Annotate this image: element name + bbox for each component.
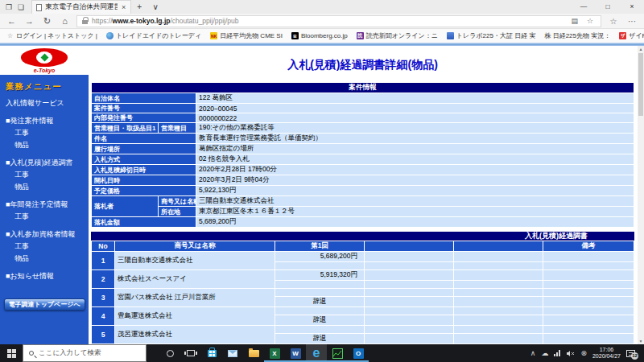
favorite-item[interactable]: ザ ザイFX！ 初心者向けF： bbox=[619, 31, 644, 40]
favorite-star-icon[interactable]: ☆ bbox=[584, 17, 596, 25]
sidebar-section-order-info: ■発注案件情報 bbox=[0, 114, 89, 127]
close-button[interactable]: × bbox=[620, 0, 644, 14]
new-tab-button[interactable]: + bbox=[131, 0, 147, 14]
bid-round1-amount bbox=[275, 307, 364, 315]
tab-list-icon[interactable]: ❏ bbox=[18, 3, 24, 11]
bid-round1-amount bbox=[275, 326, 364, 333]
windows-logo-icon bbox=[7, 349, 16, 358]
tabs-aside-icon[interactable]: ❐ bbox=[6, 3, 12, 11]
volume-muted-icon[interactable] bbox=[566, 346, 575, 360]
hub-icon[interactable]: ☆ bbox=[605, 17, 622, 26]
bid-row-company: 茂呂運送株式会社 bbox=[115, 326, 275, 343]
sidebar-item-buppin[interactable]: 物品 bbox=[0, 139, 89, 151]
excel-button[interactable]: X bbox=[264, 344, 285, 362]
trading-app-button[interactable] bbox=[327, 344, 348, 362]
browser-tab[interactable]: 東京電子自治体共同運営 × bbox=[31, 0, 131, 14]
info-label: 開札日時 bbox=[92, 175, 196, 185]
taskbar-search[interactable]: ここに入力して検索 bbox=[23, 344, 147, 362]
forward-icon[interactable]: → bbox=[21, 14, 38, 28]
leaf-icon bbox=[40, 54, 48, 62]
sidebar-item-buppin[interactable]: 物品 bbox=[0, 181, 89, 193]
remarks-cell bbox=[543, 307, 634, 315]
favorite-item[interactable]: NK 日経平均先物 CME SI bbox=[210, 31, 283, 40]
sidebar-item-kouji[interactable]: 工事 bbox=[0, 211, 89, 223]
more-icon[interactable]: ··· bbox=[623, 17, 641, 26]
scrollbar-thumb[interactable] bbox=[638, 53, 643, 116]
sidebar-section-bid-sheet: ■入札(見積)経過調書 bbox=[0, 156, 89, 169]
remarks-cell bbox=[543, 262, 634, 269]
cortana-button[interactable] bbox=[159, 344, 180, 362]
info-label-winner: 落札者 bbox=[92, 196, 158, 216]
tab-close-icon[interactable]: × bbox=[121, 3, 126, 11]
maximize-button[interactable]: □ bbox=[596, 0, 620, 14]
file-explorer-button[interactable] bbox=[243, 344, 264, 362]
info-value-bid-method: 02 指名競争入札 bbox=[196, 154, 634, 164]
favorite-item[interactable]: 株 日経225先物 実況： bbox=[544, 31, 610, 40]
info-label: 自治体名 bbox=[92, 93, 196, 103]
minimize-button[interactable]: — bbox=[572, 0, 596, 14]
scroll-down-icon[interactable]: ▼ bbox=[638, 338, 644, 344]
address-bar[interactable]: https://www.e-tokyo.lg.jp/choutatu_ppij/… bbox=[76, 15, 601, 27]
favorite-item[interactable]: B Bloomberg.co.jp bbox=[291, 32, 348, 39]
edge-icon: e bbox=[313, 347, 320, 360]
reading-view-icon[interactable]: ▤ bbox=[568, 17, 580, 25]
case-info-table: 案件情報 自治体名 122 葛飾区 案件番号 2020−00045 内部発注番号… bbox=[91, 82, 634, 228]
network-icon[interactable] bbox=[554, 350, 560, 356]
sidebar-item-kouji[interactable]: 工事 bbox=[0, 127, 89, 139]
info-label: 営業種目・取扱品目1 bbox=[92, 123, 158, 133]
refresh-icon[interactable]: ↻ bbox=[39, 14, 56, 28]
favicon-bloomberg-icon: B bbox=[291, 32, 299, 39]
sidebar-item-kouji[interactable]: 工事 bbox=[0, 241, 89, 253]
onedrive-cloud-icon[interactable]: ☁ bbox=[541, 349, 548, 357]
page-scrollbar[interactable]: ▲ ▼ bbox=[638, 46, 644, 344]
start-button[interactable] bbox=[0, 344, 23, 362]
tab-title: 東京電子自治体共同運営 bbox=[45, 2, 118, 12]
url-protocol: https:// bbox=[92, 17, 113, 25]
favorite-item[interactable]: 読 読売新聞オンライン：ニ bbox=[357, 31, 438, 40]
info-value-subject: 教育長車運行管理業務委託（単価契約） bbox=[196, 134, 634, 143]
tab-preview-chevron-icon[interactable]: ∨ bbox=[147, 0, 163, 14]
menu-section: ■お知らせ情報 bbox=[0, 269, 89, 287]
service-title: 入札情報サービス bbox=[0, 97, 89, 114]
taskbar-clock[interactable]: 17:06 2020/04/27 bbox=[592, 347, 621, 360]
bid-sheet-table: No 商号又は名称 第1回 備考 1 三陽自動車交通株式会社 5,689,200… bbox=[91, 241, 634, 344]
mail-button[interactable] bbox=[222, 344, 243, 362]
favorite-label: ログイン | ネットストック | bbox=[16, 31, 97, 40]
empty-cell bbox=[454, 262, 543, 269]
action-center-icon[interactable]: 12 bbox=[626, 350, 635, 357]
task-view-icon bbox=[187, 350, 195, 356]
bid-row-company: 豊島運送株式会社 bbox=[115, 307, 275, 325]
favicon-grid-icon bbox=[447, 32, 454, 39]
info-value-business-category: 190:その他の業務委託等 bbox=[196, 123, 634, 133]
favorite-item[interactable]: ☆ ログイン | ネットストック | bbox=[6, 31, 97, 40]
sidebar: e-Tokyo 業務メニュー 入札情報サービス ■発注案件情報 工事 物品 ■入… bbox=[0, 46, 89, 344]
search-placeholder: ここに入力して検索 bbox=[39, 348, 101, 358]
sidebar-item-kouji[interactable]: 工事 bbox=[0, 169, 89, 181]
col-header-remarks: 備考 bbox=[543, 241, 634, 251]
back-icon[interactable]: ← bbox=[3, 14, 20, 28]
procurement-top-page-button[interactable]: 電子調達トップページへ bbox=[4, 298, 85, 311]
hidden-icons-chevron-icon[interactable]: ∧ bbox=[530, 349, 536, 357]
scroll-up-icon[interactable]: ▲ bbox=[638, 46, 644, 52]
col-header-round1: 第1回 bbox=[275, 241, 364, 251]
task-view-button[interactable] bbox=[180, 344, 201, 362]
remarks-cell bbox=[543, 252, 634, 261]
empty-cell bbox=[454, 289, 543, 296]
home-icon[interactable]: ⌂ bbox=[56, 14, 73, 28]
menu-section: ■年間発注予定情報 工事 bbox=[0, 198, 89, 228]
empty-cell bbox=[365, 252, 453, 261]
logo-text: e-Tokyo bbox=[34, 68, 56, 73]
favorite-item[interactable]: トレラボ225・大証 日経 実 bbox=[447, 31, 536, 40]
eject-media-icon[interactable]: ⊗ bbox=[580, 349, 587, 357]
sidebar-item-buppin[interactable]: 物品 bbox=[0, 253, 89, 265]
notification-badge: 12 bbox=[631, 352, 638, 360]
favorite-item[interactable]: トレイドエイドのトレーディ bbox=[106, 31, 201, 40]
word-button[interactable]: W bbox=[285, 344, 306, 362]
favorite-label: 株 日経225先物 実況： bbox=[544, 31, 610, 40]
remarks-cell bbox=[543, 326, 634, 333]
outlook-button[interactable]: O bbox=[348, 344, 369, 362]
store-button[interactable] bbox=[201, 344, 222, 362]
windows-taskbar: ここに入力して検索 X W e O ∧ ☁ ⊗ 17:06 2020/04/27 bbox=[0, 344, 644, 362]
favicon-zai-icon: ザ bbox=[619, 32, 626, 39]
edge-button[interactable]: e bbox=[306, 344, 327, 362]
